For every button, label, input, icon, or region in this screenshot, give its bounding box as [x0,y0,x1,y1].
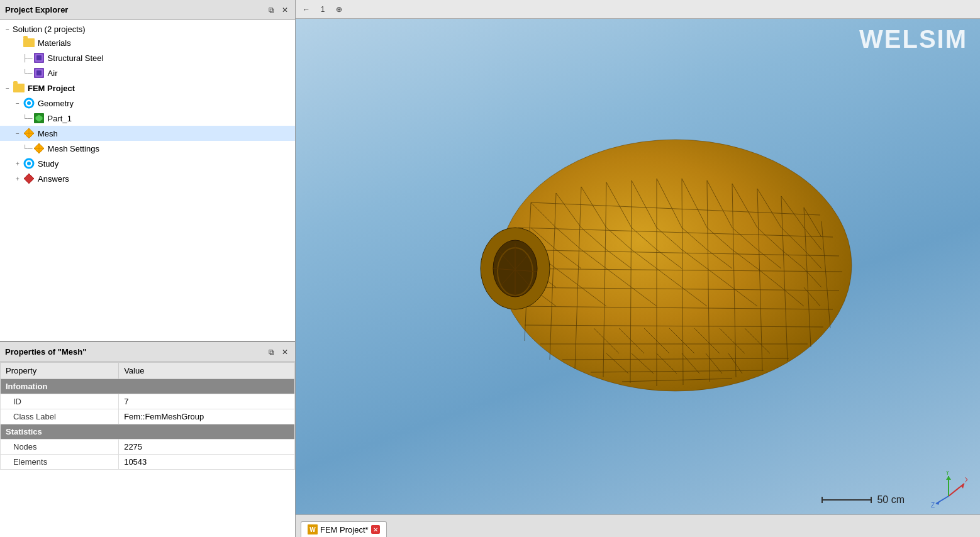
explorer-controls: ⧉ ✕ [266,5,290,15]
project-explorer-header: Project Explorer ⧉ ✕ [0,0,295,20]
study-label: Study [38,159,58,169]
tree-item-structural-steel[interactable]: ├─ Structural Steel [0,50,295,65]
tab-fem-project[interactable]: W FEM Project* ✕ [301,521,387,537]
mesh-icon [23,127,35,140]
restore-properties-button[interactable]: ⧉ [266,347,276,357]
folder-icon-materials [23,36,35,49]
expander-answers[interactable]: + [13,174,23,184]
col-value: Value [119,363,295,379]
material-icon-steel [33,52,45,64]
tree-item-mesh-settings[interactable]: └─ Mesh Settings [0,141,295,156]
viewport: ← 1 ⊕ WELSIM [296,0,980,537]
expander-geometry[interactable]: − [13,98,23,108]
properties-controls: ⧉ ✕ [266,347,290,357]
tree-item-fem-project[interactable]: − FEM Project [0,80,295,96]
restore-button[interactable]: ⧉ [266,5,276,15]
answers-label: Answers [38,174,69,184]
row-id: ID 7 [1,394,295,409]
part1-label: Part_1 [48,114,72,123]
svg-point-19 [499,140,852,391]
properties-title: Properties of "Mesh" [5,347,86,357]
study-icon [23,157,35,170]
project-explorer-title: Project Explorer [5,5,68,14]
mesh-3d-view [296,19,980,512]
mesh-settings-label: Mesh Settings [48,144,99,153]
section-statistics: Statistics [1,424,295,440]
svg-text:X: X [965,477,967,484]
svg-marker-118 [946,476,951,480]
materials-label: Materials [38,38,71,48]
col-property: Property [1,363,119,379]
page-number: 1 [316,3,330,16]
geometry-icon [23,97,35,109]
tab-bar: W FEM Project* ✕ [296,514,980,537]
row-nodes: Nodes 2275 [1,440,295,455]
expander-solution[interactable]: − [3,24,13,34]
project-tree: − Solution (2 projects) Materials ├─ [0,20,295,342]
svg-point-17 [27,162,31,165]
tree-item-solution[interactable]: − Solution (2 projects) [0,23,295,35]
tree-item-geometry[interactable]: − Geometry [0,96,295,111]
properties-table: Property Value Infomation ID 7 [0,362,295,470]
mesh-settings-icon [33,142,45,155]
row-elements: Elements 10543 [1,455,295,470]
properties-header: Properties of "Mesh" ⧉ ✕ [0,342,295,362]
section-information: Infomation [1,379,295,394]
scale-line [821,499,872,501]
tree-item-answers[interactable]: + Answers [0,171,295,186]
svg-point-7 [27,101,31,105]
svg-rect-2 [36,55,42,60]
part-icon [33,112,45,125]
back-button[interactable]: ← [299,3,313,16]
svg-text:Z: Z [931,502,935,509]
expander-study[interactable]: + [13,158,23,169]
tab-w-icon: W [308,524,318,534]
properties-panel: Properties of "Mesh" ⧉ ✕ Property Value [0,342,295,537]
svg-rect-5 [36,70,42,75]
row-class-label: Class Label Fem::FemMeshGroup [1,409,295,424]
welsim-brand: WELSIM [859,25,967,53]
mesh-label: Mesh [38,129,58,138]
expander-fem-project[interactable]: − [3,83,13,93]
tree-item-air[interactable]: └─ Air [0,65,295,80]
svg-marker-18 [24,174,34,184]
expander-materials[interactable] [13,38,23,48]
tree-item-mesh[interactable]: − Mesh [0,126,295,141]
tree-item-study[interactable]: + Study [0,156,295,171]
tab-close-button[interactable]: ✕ [371,525,380,534]
tree-item-part1[interactable]: └─ Part_1 [0,111,295,126]
material-icon-air [33,67,45,79]
axis-indicator: X Y Z [930,471,967,509]
solution-label: Solution (2 projects) [13,25,86,34]
properties-table-container: Property Value Infomation ID 7 [0,362,295,537]
fem-project-label: FEM Project [28,84,75,93]
close-properties-button[interactable]: ✕ [280,347,290,357]
structural-steel-label: Structural Steel [48,53,104,63]
expander-mesh[interactable]: − [13,128,23,138]
tab-label: FEM Project* [320,525,369,534]
scale-bar: 50 cm [821,494,905,506]
tree-item-materials[interactable]: Materials [0,35,295,50]
svg-text:Y: Y [945,471,950,476]
viewport-toolbar: ← 1 ⊕ [296,0,980,19]
mesh-svg [355,45,921,485]
folder-icon-fem [13,82,25,94]
answers-icon [23,172,35,185]
air-label: Air [48,69,58,78]
scale-label: 50 cm [877,494,905,506]
move-button[interactable]: ⊕ [332,3,346,16]
geometry-label: Geometry [38,99,74,108]
close-explorer-button[interactable]: ✕ [280,5,290,15]
